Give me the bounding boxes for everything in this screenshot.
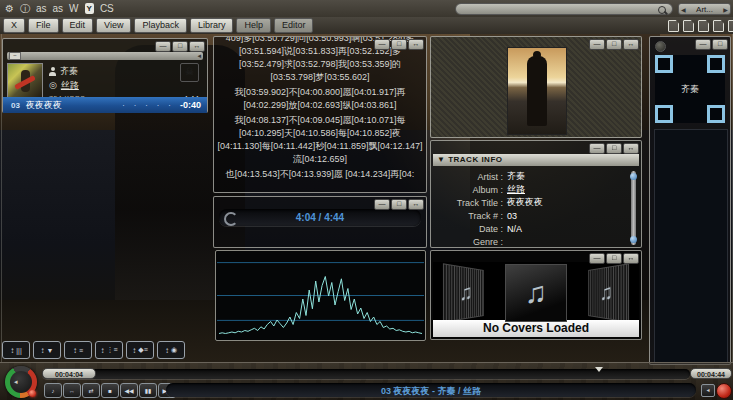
search-bar[interactable] bbox=[455, 3, 673, 15]
skin-logo-button[interactable]: ☠ bbox=[180, 63, 199, 82]
artist-name[interactable]: 齐秦 bbox=[60, 65, 78, 78]
resize-button[interactable]: ↔ bbox=[623, 253, 639, 264]
search-input[interactable] bbox=[460, 4, 654, 16]
stop-button[interactable]: ■ bbox=[101, 383, 119, 398]
page-tabs bbox=[668, 20, 733, 32]
menu-playback[interactable]: Playback bbox=[134, 18, 187, 33]
maximize-button[interactable]: □ bbox=[172, 41, 188, 52]
selected-artist-label: 齐秦 bbox=[655, 83, 725, 96]
sidebar-track-list[interactable] bbox=[654, 129, 728, 363]
toolbar-artist-list-button[interactable]: ↕◆≡ bbox=[126, 341, 154, 359]
toolbar-list-button[interactable]: ↕≡ bbox=[64, 341, 92, 359]
spectrum-visualizer[interactable] bbox=[215, 250, 426, 341]
field-value[interactable]: 丝路 bbox=[507, 183, 525, 196]
track-info-header[interactable]: ▼ TRACK INFO bbox=[433, 154, 639, 166]
updown-arrows-icon: ↕ bbox=[100, 346, 104, 355]
resize-button[interactable]: ↔ bbox=[189, 41, 205, 52]
maximize-button[interactable]: □ bbox=[606, 143, 622, 154]
now-playing-display: 03 夜夜夜夜 - 齐秦 / 丝路 bbox=[166, 383, 696, 397]
scrollbar-end-cap[interactable] bbox=[630, 236, 637, 243]
track-info-row: Date : N/A bbox=[435, 222, 625, 235]
minimize-button[interactable]: — bbox=[695, 39, 711, 50]
maximize-button[interactable]: □ bbox=[606, 253, 622, 264]
info-icon[interactable]: ⓘ bbox=[20, 3, 30, 14]
gear-icon[interactable]: ⚙ bbox=[5, 3, 14, 14]
artist-selector-box[interactable]: 齐秦 bbox=[655, 55, 725, 123]
record-led-button[interactable] bbox=[716, 383, 732, 399]
cover-tile-left[interactable]: ♫ bbox=[443, 263, 484, 323]
selector-right-arrow-icon[interactable]: ▶ bbox=[723, 6, 728, 13]
minimize-button[interactable]: — bbox=[374, 199, 390, 210]
lastfm-icon[interactable]: as bbox=[36, 3, 47, 14]
panel-window-controls: — □ ↔ bbox=[374, 199, 424, 210]
minimize-button[interactable]: — bbox=[589, 39, 605, 50]
wikipedia-icon[interactable]: W bbox=[69, 3, 78, 14]
music-note-icon: ♫ bbox=[600, 279, 612, 306]
crossfade-button[interactable]: ↔ bbox=[63, 383, 81, 398]
page-tab-icon[interactable] bbox=[683, 20, 694, 32]
toolbar-equalizer-button[interactable]: ↕||| bbox=[2, 341, 30, 359]
album-name[interactable]: 丝路 bbox=[61, 79, 79, 92]
audioscrobbler-icon[interactable]: as bbox=[53, 3, 64, 14]
youtube-icon[interactable]: Y bbox=[85, 3, 94, 14]
page-tab-icon[interactable] bbox=[698, 20, 709, 32]
cover-tile-right[interactable]: ♫ bbox=[588, 263, 629, 323]
updown-arrows-icon: ↕ bbox=[10, 346, 14, 355]
chevron-down-icon[interactable]: ▼ bbox=[437, 155, 445, 164]
minimize-button[interactable]: — bbox=[589, 253, 605, 264]
scrollbar[interactable] bbox=[631, 171, 636, 245]
toolbar-disc-button[interactable]: ↕◉ bbox=[157, 341, 185, 359]
toolbar-queue-button[interactable]: ↕⋮≡ bbox=[95, 341, 123, 359]
maximize-button[interactable]: □ bbox=[391, 199, 407, 210]
minimize-button[interactable]: — bbox=[155, 41, 171, 52]
sidebar-menu-button[interactable] bbox=[655, 41, 666, 52]
resize-button[interactable]: ↔ bbox=[408, 39, 424, 50]
selector-left-arrow-icon[interactable]: ◀ bbox=[681, 6, 686, 13]
playlist-current-row[interactable]: 03 夜夜夜夜 · · · · · -0:40 bbox=[3, 97, 207, 113]
panel-window-controls: — □ ↔ bbox=[155, 41, 205, 52]
previous-button[interactable]: ◀◀ bbox=[120, 383, 138, 398]
resize-button[interactable]: ↔ bbox=[623, 39, 639, 50]
menu-file[interactable]: File bbox=[28, 18, 59, 33]
page-tab-icon[interactable] bbox=[713, 20, 724, 32]
scrollbar-thumb[interactable] bbox=[630, 173, 637, 180]
search-field-selector[interactable]: ◀ Art... ▶ bbox=[678, 3, 731, 15]
menu-edit[interactable]: Edit bbox=[62, 18, 94, 33]
shuffle-button[interactable]: ⇄ bbox=[82, 383, 100, 398]
strip-arrow-icon[interactable]: ◂ bbox=[197, 52, 201, 60]
cover-tile-center[interactable]: ♫ bbox=[505, 264, 567, 322]
pause-button[interactable]: ▮▮ bbox=[139, 383, 157, 398]
rating-dots[interactable]: · · · · · bbox=[122, 100, 174, 110]
updown-arrows-icon: ↕ bbox=[41, 346, 45, 355]
page-tab-icon[interactable] bbox=[728, 20, 733, 32]
collapse-button[interactable]: − bbox=[9, 52, 21, 60]
minimize-button[interactable]: — bbox=[374, 39, 390, 50]
minimize-button[interactable]: — bbox=[589, 143, 605, 154]
coverflow-area[interactable]: ♫ ♫ ♫ No Covers Loaded bbox=[433, 262, 639, 337]
menu-x[interactable]: X bbox=[3, 18, 25, 33]
song-button[interactable]: ♪ bbox=[44, 383, 62, 398]
artist-photo[interactable] bbox=[507, 47, 567, 135]
player-collapse-strip[interactable]: − ◂ bbox=[7, 52, 203, 60]
seek-position-marker[interactable] bbox=[595, 367, 603, 372]
menu-library[interactable]: Library bbox=[190, 18, 234, 33]
page-tab-icon[interactable] bbox=[668, 20, 679, 32]
maximize-button[interactable]: □ bbox=[391, 39, 407, 50]
menu-view[interactable]: View bbox=[96, 18, 131, 33]
menu-help[interactable]: Help bbox=[236, 18, 271, 33]
maximize-button[interactable]: □ bbox=[606, 39, 622, 50]
collapse-display-button[interactable]: ◂ bbox=[701, 384, 715, 397]
time-remaining: -0:40 bbox=[180, 100, 201, 110]
seek-bar[interactable] bbox=[42, 369, 690, 379]
cs-icon[interactable]: CS bbox=[100, 3, 114, 14]
maximize-button[interactable]: □ bbox=[712, 39, 728, 50]
focus-corner-icon bbox=[655, 105, 673, 123]
transport-bar: ◂ 00:04:04 00:04:44 ♪ ↔ ⇄ ■ ◀◀ ▮▮ ▶▶ 03 … bbox=[0, 362, 733, 400]
menu-bar: X File Edit View Playback Library Help E… bbox=[0, 17, 733, 34]
resize-button[interactable]: ↔ bbox=[408, 199, 424, 210]
updown-arrows-icon: ↕ bbox=[73, 346, 77, 355]
toolbar-filter-button[interactable]: ↕▼ bbox=[33, 341, 61, 359]
menu-editor[interactable]: Editor bbox=[274, 18, 314, 33]
resize-button[interactable]: ↔ bbox=[623, 143, 639, 154]
album-art-thumbnail[interactable] bbox=[7, 63, 43, 99]
